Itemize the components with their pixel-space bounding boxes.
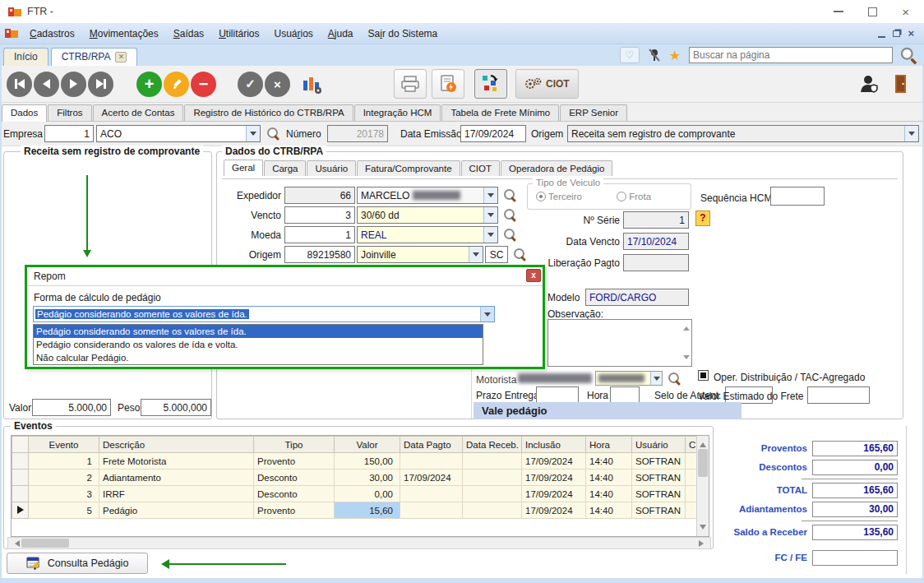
- scroll-left-icon[interactable]: [12, 540, 20, 547]
- column-header[interactable]: Evento: [29, 437, 99, 453]
- motorista-combo[interactable]: [595, 371, 663, 386]
- empresa-code-field[interactable]: 1: [44, 125, 94, 142]
- consulta-pedagio-button[interactable]: Consulta Pedágio: [7, 553, 148, 574]
- scroll-up-icon[interactable]: [700, 439, 706, 447]
- minimize-icon[interactable]: [834, 11, 843, 12]
- print-button[interactable]: [394, 69, 427, 99]
- tab-tabela-frete-minimo[interactable]: Tabela de Frete Mínimo: [441, 104, 559, 121]
- cell-valor[interactable]: 15,60: [335, 502, 400, 519]
- cell-valor[interactable]: 30,00: [335, 470, 400, 486]
- scrollbar-thumb[interactable]: [698, 449, 708, 477]
- column-header[interactable]: Valor: [335, 437, 400, 453]
- dialog-close-icon[interactable]: x: [526, 269, 541, 282]
- search-input[interactable]: [689, 47, 893, 63]
- radio-frota[interactable]: Frota: [617, 192, 651, 201]
- peso-field[interactable]: 5.000,000: [141, 399, 211, 416]
- delete-record-button[interactable]: −: [191, 72, 216, 97]
- cell-usuario[interactable]: SOFTRAN: [632, 502, 686, 519]
- cell-inclusao[interactable]: 17/09/2024: [522, 486, 586, 502]
- cell-hora[interactable]: 14:40: [586, 453, 632, 470]
- origem-city-combo[interactable]: Joinville: [357, 246, 483, 263]
- tab-registro-historico[interactable]: Registro de Histórico do CTRB/RPA: [184, 104, 353, 121]
- scrollbar-thumb[interactable]: [21, 539, 69, 548]
- tab-ctrb-rpa[interactable]: CTRB/RPA ✕: [51, 48, 138, 66]
- tab-inicio[interactable]: Início: [3, 48, 49, 66]
- cell-extra[interactable]: [686, 453, 697, 470]
- mdi-minimize-icon[interactable]: [878, 36, 885, 38]
- tab-operadora-pedagio[interactable]: Operadora de Pedágio: [501, 160, 612, 176]
- menu-utilitarios[interactable]: Utilitários: [211, 25, 266, 42]
- cell-evento[interactable]: 3: [29, 486, 99, 502]
- table-row[interactable]: 1Frete MotoristaProvento150,0017/09/2024…: [12, 453, 697, 470]
- tab-ciot[interactable]: CIOT: [461, 160, 500, 176]
- cell-data_receb[interactable]: [463, 453, 522, 470]
- scroll-down-icon[interactable]: [683, 355, 690, 363]
- cell-tipo[interactable]: Provento: [254, 453, 335, 470]
- user-permissions-icon[interactable]: [860, 74, 880, 94]
- scroll-up-icon[interactable]: [683, 323, 690, 331]
- menu-cadastros[interactable]: Cadastros: [22, 25, 82, 42]
- empresa-lookup-icon[interactable]: [266, 127, 280, 140]
- vencto-name-combo[interactable]: 30/60 dd: [357, 206, 498, 224]
- chevron-down-icon[interactable]: [483, 227, 497, 243]
- table-row[interactable]: 2AdiantamentoDesconto30,0017/09/202417/0…: [12, 470, 697, 486]
- cell-descricao[interactable]: Adiantamento: [99, 470, 254, 486]
- observacao-textarea[interactable]: [547, 319, 692, 367]
- column-header[interactable]: Inclusão: [522, 437, 586, 453]
- chart-icon[interactable]: [302, 72, 323, 95]
- hora-field[interactable]: [610, 386, 640, 404]
- nav-first-record-button[interactable]: [7, 72, 32, 97]
- nav-next-record-button[interactable]: [61, 72, 86, 97]
- column-header[interactable]: C: [686, 437, 697, 453]
- column-header[interactable]: Data Pagto: [400, 437, 463, 453]
- valor-estimado-field[interactable]: [807, 386, 870, 404]
- exit-door-icon[interactable]: [893, 74, 909, 94]
- moeda-name-combo[interactable]: REAL: [357, 226, 498, 243]
- repom-option[interactable]: Pedágio considerando os valores de ída e…: [34, 338, 483, 351]
- chevron-down-icon[interactable]: [650, 372, 662, 385]
- cell-data_receb[interactable]: [463, 470, 522, 486]
- cell-inclusao[interactable]: 17/09/2024: [522, 502, 586, 519]
- tab-close-icon[interactable]: ✕: [115, 52, 127, 62]
- moeda-lookup-icon[interactable]: [503, 228, 516, 241]
- origem-uf-field[interactable]: SC: [485, 246, 508, 263]
- tab-integracao-hcm[interactable]: Integração HCM: [354, 104, 441, 121]
- cell-usuario[interactable]: SOFTRAN: [632, 453, 686, 470]
- cancel-button[interactable]: ×: [265, 72, 290, 97]
- pin-disabled-icon[interactable]: [648, 48, 661, 62]
- cell-evento[interactable]: 5: [29, 502, 99, 519]
- cell-inclusao[interactable]: 17/09/2024: [522, 470, 586, 486]
- cell-hora[interactable]: 14:40: [586, 502, 632, 519]
- mdi-restore-icon[interactable]: [893, 30, 900, 37]
- mdi-close-icon[interactable]: ×: [908, 27, 914, 39]
- column-header[interactable]: Tipo: [254, 437, 335, 453]
- moeda-code-field[interactable]: 1: [284, 226, 355, 243]
- ciot-button[interactable]: CIOT: [515, 69, 579, 99]
- menu-usuarios[interactable]: Usuários: [266, 25, 320, 42]
- motorista-lookup-icon[interactable]: [668, 372, 681, 385]
- expedidor-lookup-icon[interactable]: [503, 188, 516, 201]
- cell-usuario[interactable]: SOFTRAN: [632, 470, 686, 486]
- cell-descricao[interactable]: IRRF: [99, 486, 254, 502]
- vencto-lookup-icon[interactable]: [503, 208, 516, 221]
- nav-last-record-button[interactable]: [88, 72, 113, 97]
- tab-filtros[interactable]: Filtros: [48, 104, 91, 121]
- nav-previous-record-button[interactable]: [34, 72, 59, 97]
- cell-tipo[interactable]: Provento: [254, 502, 335, 519]
- table-row[interactable]: 3IRRFDesconto0,0017/09/202414:40SOFTRAN: [12, 486, 697, 502]
- tab-carga[interactable]: Carga: [264, 160, 306, 176]
- repom-option[interactable]: Não calcular Pedágio.: [34, 351, 483, 364]
- cell-data_receb[interactable]: [463, 486, 522, 502]
- expedidor-name-combo[interactable]: MARCELO: [357, 187, 498, 204]
- menu-saidas[interactable]: Saídas: [166, 25, 211, 42]
- favorite-heart-icon[interactable]: ♡: [620, 47, 640, 63]
- prazo-entrega-field[interactable]: [536, 386, 579, 404]
- edit-record-button[interactable]: [164, 72, 189, 97]
- maximize-icon[interactable]: [868, 7, 877, 16]
- search-icon[interactable]: [900, 47, 917, 64]
- menu-sair-do-sistema[interactable]: Sair do Sistema: [361, 25, 446, 42]
- help-button[interactable]: ?: [695, 211, 710, 226]
- chevron-down-icon[interactable]: [483, 207, 497, 223]
- chevron-down-icon[interactable]: [469, 247, 483, 262]
- cell-hora[interactable]: 14:40: [586, 470, 632, 486]
